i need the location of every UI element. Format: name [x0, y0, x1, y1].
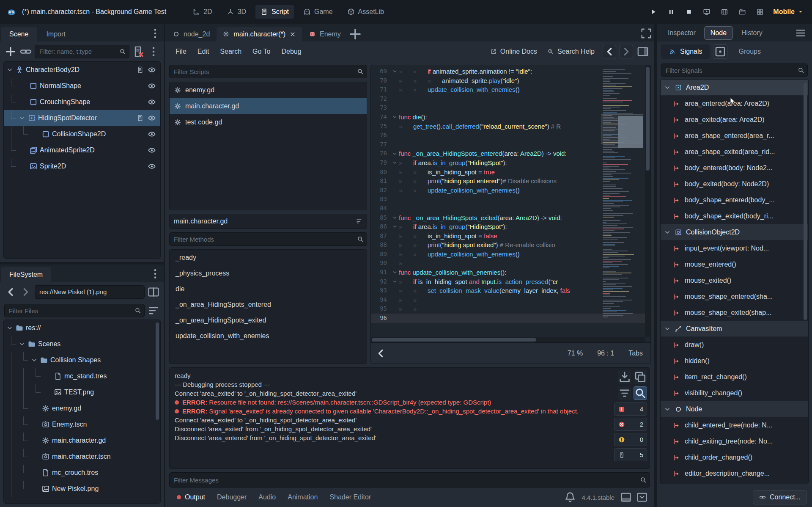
- workspace-3d-button[interactable]: 3D: [222, 5, 251, 19]
- scene-tree-row[interactable]: CollisionShape2D: [4, 126, 160, 142]
- visibility-toggle-icon[interactable]: [148, 162, 156, 171]
- code-horizontal-scrollbar[interactable]: [371, 337, 645, 342]
- output-filter-button[interactable]: [618, 386, 631, 400]
- signal-row[interactable]: item_rect_changed(): [661, 369, 808, 385]
- scene-tree-row[interactable]: AnimatedSprite2D: [4, 142, 160, 158]
- instantiate-scene-button[interactable]: [19, 45, 32, 58]
- output-search-button[interactable]: [634, 386, 647, 400]
- close-icon[interactable]: [289, 31, 296, 38]
- fold-icon[interactable]: [392, 279, 398, 284]
- add-node-button[interactable]: [4, 45, 17, 58]
- signals-scrollbar[interactable]: [804, 83, 807, 320]
- signal-row[interactable]: mouse_entered(): [661, 256, 808, 273]
- fs-split-mode-toggle[interactable]: [147, 286, 160, 298]
- visibility-toggle-icon[interactable]: [148, 146, 156, 154]
- fold-icon[interactable]: [390, 158, 399, 168]
- visibility-toggle-icon[interactable]: [148, 114, 156, 122]
- attached-script-icon[interactable]: [136, 66, 144, 74]
- method-list-item[interactable]: _physics_process: [170, 265, 367, 281]
- signal-row[interactable]: child_entered_tree(node: N...: [661, 417, 808, 433]
- file-tree-row[interactable]: Enemy.tscn: [4, 416, 160, 433]
- scene-dock-menu-button[interactable]: [149, 27, 162, 40]
- signal-category-row[interactable]: CollisionObject2D: [661, 224, 808, 240]
- fold-icon[interactable]: [390, 277, 399, 287]
- scene-tree-row[interactable]: CrouchingShape: [4, 94, 160, 110]
- fs-back-button[interactable]: [4, 286, 17, 298]
- play-button[interactable]: [646, 5, 661, 19]
- pause-button[interactable]: [664, 5, 678, 19]
- scene-tree-row[interactable]: CharacterBody2D: [4, 62, 160, 78]
- history-back-button[interactable]: [603, 45, 616, 58]
- file-tree-row[interactable]: TEST.png: [4, 384, 160, 400]
- fold-icon[interactable]: [392, 160, 398, 165]
- signal-row[interactable]: input_event(viewport: Nod...: [661, 240, 808, 256]
- tab-scene[interactable]: Scene: [1, 27, 37, 41]
- collapse-icon[interactable]: [6, 325, 13, 331]
- notifications-icon[interactable]: [564, 491, 576, 504]
- signal-category-row[interactable]: Area2D: [661, 80, 808, 96]
- signal-row[interactable]: area_shape_entered(area_r...: [661, 128, 808, 144]
- online-docs-button[interactable]: Online Docs: [486, 45, 542, 58]
- bottom-tab-output[interactable]: Output: [171, 490, 211, 504]
- detach-script-button[interactable]: [132, 45, 145, 58]
- method-list-item[interactable]: _ready: [170, 250, 367, 265]
- signal-row[interactable]: body_shape_entered(body_...: [661, 192, 808, 208]
- tab-node[interactable]: Node: [704, 26, 733, 40]
- fs-filter-input[interactable]: [4, 304, 145, 317]
- method-list-item[interactable]: update_collision_with_enemies: [170, 328, 367, 344]
- collapse-icon[interactable]: [664, 406, 671, 413]
- zoom-level[interactable]: 71 %: [568, 350, 583, 357]
- copy-output-button[interactable]: [634, 370, 647, 384]
- workspace-assetlib-button[interactable]: AssetLib: [342, 5, 389, 19]
- move-panel-button[interactable]: [620, 491, 632, 504]
- attached-script-icon[interactable]: [136, 114, 144, 122]
- script-tab-main-character-[interactable]: main.character(*): [217, 27, 302, 41]
- file-tree-row[interactable]: New Piskel.png: [4, 481, 160, 497]
- play-movie-button[interactable]: [717, 5, 732, 19]
- play-remote-button[interactable]: [700, 5, 714, 19]
- plugins-button[interactable]: [753, 5, 767, 19]
- signal-row[interactable]: mouse_exited(): [661, 273, 808, 289]
- fold-icon[interactable]: [390, 268, 399, 277]
- scene-tree-row[interactable]: HidingSpotDetector: [4, 110, 160, 126]
- workspace-script-button[interactable]: Script: [255, 5, 294, 19]
- bottom-tab-audio[interactable]: Audio: [252, 490, 282, 504]
- tab-signals[interactable]: Signals: [661, 44, 710, 59]
- method-list-item[interactable]: _on_area_HidingSpots_exited: [170, 312, 367, 328]
- code-vertical-scrollbar[interactable]: [645, 65, 650, 337]
- file-tree-row[interactable]: mc_crouch.tres: [4, 465, 160, 481]
- renderer-dropdown[interactable]: Mobile: [771, 8, 805, 16]
- collapse-icon[interactable]: [664, 325, 671, 332]
- fs-sort-button[interactable]: [147, 304, 160, 317]
- fs-scrollbar[interactable]: [156, 322, 159, 420]
- collapse-icon[interactable]: [19, 341, 25, 347]
- bottom-tab-animation[interactable]: Animation: [282, 490, 324, 504]
- fold-icon[interactable]: [390, 67, 399, 76]
- fs-current-path-field[interactable]: [35, 285, 145, 299]
- fold-icon[interactable]: [392, 69, 398, 74]
- fold-icon[interactable]: [390, 149, 399, 158]
- signal-row[interactable]: area_exited(area: Area2D): [661, 112, 808, 128]
- fold-icon[interactable]: [392, 215, 398, 220]
- indent-mode[interactable]: Tabs: [628, 350, 643, 357]
- filter-signals-input[interactable]: [661, 63, 808, 77]
- scene-tree-menu-button[interactable]: [147, 45, 160, 58]
- file-tree-row[interactable]: mc_stand.tres: [4, 368, 160, 384]
- distraction-free-button[interactable]: [640, 27, 653, 40]
- collapse-icon[interactable]: [664, 229, 671, 236]
- new-tab-button[interactable]: [348, 27, 363, 41]
- script-tab-node-2d[interactable]: node_2d: [167, 27, 216, 41]
- tab-import[interactable]: Import: [38, 27, 74, 41]
- code-minimap[interactable]: [601, 68, 643, 330]
- signal-row[interactable]: mouse_shape_entered(sha...: [661, 289, 808, 305]
- method-list-item[interactable]: _on_area_HidingSpots_entered: [170, 297, 367, 312]
- tab-inspector[interactable]: Inspector: [662, 27, 702, 39]
- file-tree-row[interactable]: res://: [4, 320, 160, 336]
- sort-methods-button[interactable]: [356, 218, 362, 225]
- tab-history[interactable]: History: [735, 27, 768, 39]
- filesystem-dock-menu-button[interactable]: [149, 267, 162, 280]
- file-tree-row[interactable]: Scenes: [4, 336, 160, 352]
- file-tree-row[interactable]: enemy.gd: [4, 400, 160, 416]
- debugger-badge-alert[interactable]: 4: [614, 402, 647, 416]
- menu-go-to[interactable]: Go To: [247, 45, 276, 58]
